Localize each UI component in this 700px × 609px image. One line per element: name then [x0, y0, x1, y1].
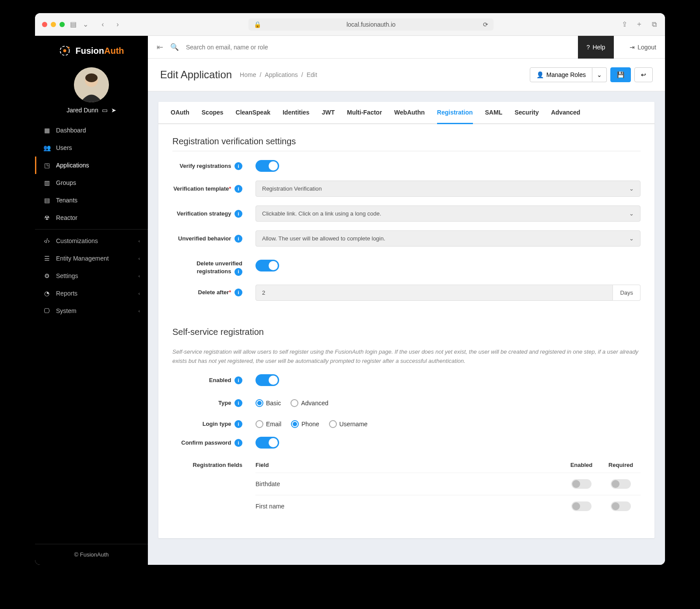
chevron-down-icon: ⌄ [629, 210, 634, 217]
sidebar-footer: © FusionAuth [35, 544, 148, 565]
login-type-radio-username[interactable]: Username [329, 420, 368, 428]
tab-security[interactable]: Security [514, 102, 539, 124]
svg-point-1 [63, 49, 66, 52]
crumb-applications[interactable]: Applications [265, 71, 298, 78]
sidebar-item-reactor[interactable]: ☢Reactor [35, 209, 148, 226]
sidebar-item-label: Tenants [56, 197, 77, 204]
sidebar-layout-icon[interactable]: ▤ [69, 21, 77, 28]
sidebar-item-dashboard[interactable]: ▦Dashboard [35, 122, 148, 139]
confirm-password-toggle[interactable] [256, 437, 279, 449]
logo-mark-icon [59, 45, 71, 57]
sidebar-item-tenants[interactable]: ▤Tenants [35, 191, 148, 209]
sidebar-item-customizations[interactable]: ‹/›Customizations‹ [35, 232, 148, 250]
tab-multifactor[interactable]: Multi-Factor [347, 102, 382, 124]
delete-unverified-toggle[interactable] [256, 260, 279, 271]
crumb-home[interactable]: Home [240, 71, 256, 78]
minimize-window-icon[interactable] [51, 22, 56, 27]
tab-cleanspeak[interactable]: CleanSpeak [236, 102, 270, 124]
reports-icon: ◔ [43, 290, 51, 297]
self-service-enabled-toggle[interactable] [256, 374, 279, 386]
login-type-radio-phone[interactable]: Phone [291, 420, 319, 428]
info-icon[interactable]: i [234, 185, 242, 193]
info-icon[interactable]: i [234, 420, 242, 428]
chevron-down-icon[interactable]: ⌄ [81, 21, 89, 28]
login-type-radio-email[interactable]: Email [256, 420, 281, 428]
unverified-behavior-select[interactable]: Allow. The user will be allowed to compl… [256, 230, 640, 247]
verification-strategy-select[interactable]: Clickable link. Click on a link using a … [256, 205, 640, 222]
chevron-down-icon: ⌄ [629, 185, 634, 192]
strategy-value: Clickable link. Click on a link using a … [262, 210, 381, 217]
close-window-icon[interactable] [42, 22, 47, 27]
question-icon: ? [587, 44, 590, 51]
location-icon[interactable]: ➤ [111, 107, 116, 114]
info-icon[interactable]: i [234, 162, 242, 170]
manage-roles-button[interactable]: 👤Manage Roles [530, 67, 592, 82]
firstname-required-toggle[interactable] [611, 501, 631, 511]
field-row-firstname: First name [256, 495, 640, 517]
sidebar-item-groups[interactable]: ▥Groups [35, 174, 148, 191]
tab-webauthn[interactable]: WebAuthn [394, 102, 425, 124]
logout-label: Logout [637, 44, 656, 51]
sidebar-item-entity-management[interactable]: ☰Entity Management‹ [35, 250, 148, 267]
row-delete-after: Delete after* i 2 Days [172, 285, 640, 301]
manage-roles-dropdown[interactable]: ⌄ [592, 67, 607, 82]
id-card-icon[interactable]: ▭ [102, 107, 108, 114]
row-confirm-password: Confirm password i [172, 437, 640, 449]
verification-template-select[interactable]: Registration Verification⌄ [256, 181, 640, 197]
verify-registrations-toggle[interactable] [256, 160, 279, 172]
birthdate-required-toggle[interactable] [611, 479, 631, 489]
tab-registration[interactable]: Registration [437, 102, 473, 124]
tab-advanced[interactable]: Advanced [551, 102, 580, 124]
tab-scopes[interactable]: Scopes [202, 102, 224, 124]
row-verification-strategy: Verification strategy i Clickable link. … [172, 205, 640, 222]
info-icon[interactable]: i [234, 376, 242, 384]
sidebar-item-system[interactable]: 🖵System‹ [35, 302, 148, 320]
sidebar-item-settings[interactable]: ⚙Settings‹ [35, 267, 148, 285]
info-icon[interactable]: i [234, 289, 242, 296]
field-row-birthdate: Birthdate [256, 473, 640, 495]
logout-button[interactable]: ⇥Logout [630, 44, 656, 51]
reg-fields-label: Registration fields [193, 462, 242, 468]
info-icon[interactable]: i [234, 235, 242, 243]
info-icon[interactable]: i [234, 268, 242, 276]
delete-after-input[interactable]: 2 [256, 285, 613, 301]
save-button[interactable]: 💾 [610, 67, 631, 82]
sidebar-item-reports[interactable]: ◔Reports‹ [35, 285, 148, 302]
birthdate-enabled-toggle[interactable] [571, 479, 592, 489]
info-icon[interactable]: i [234, 399, 242, 407]
tab-identities[interactable]: Identities [283, 102, 309, 124]
login-type-email-label: Email [266, 421, 281, 428]
new-tab-icon[interactable]: ＋ [635, 21, 643, 28]
tabs-icon[interactable]: ⧉ [650, 21, 658, 28]
tab-oauth[interactable]: OAuth [171, 102, 189, 124]
applications-icon: ◳ [43, 162, 51, 169]
back-icon[interactable]: ‹ [99, 21, 107, 28]
sidebar-item-label: Settings [56, 272, 78, 279]
forward-icon[interactable]: › [114, 21, 122, 28]
refresh-icon[interactable]: ⟳ [483, 21, 488, 28]
self-service-help: Self-service registration will allow use… [172, 348, 640, 366]
sidebar-item-label: Users [56, 144, 72, 151]
share-icon[interactable]: ⇪ [620, 21, 628, 28]
collapse-sidebar-icon[interactable]: ⇤ [157, 42, 163, 52]
template-value: Registration Verification [262, 185, 322, 192]
back-button[interactable]: ↩ [634, 67, 653, 82]
confirm-label: Confirm password [181, 439, 231, 446]
login-type-username-label: Username [340, 421, 368, 428]
row-verification-template: Verification template* i Registration Ve… [172, 181, 640, 197]
type-radio-advanced[interactable]: Advanced [290, 399, 328, 407]
sidebar-item-applications[interactable]: ◳Applications [35, 157, 148, 174]
firstname-enabled-toggle[interactable] [571, 501, 592, 511]
reactor-icon: ☢ [43, 214, 51, 221]
browser-window: ▤ ⌄ ‹ › 🔒 local.fusionauth.io ⟳ ⇪ ＋ ⧉ [35, 13, 665, 565]
info-icon[interactable]: i [234, 439, 242, 447]
tab-saml[interactable]: SAML [485, 102, 503, 124]
info-icon[interactable]: i [234, 210, 242, 218]
avatar[interactable] [74, 67, 109, 102]
maximize-window-icon[interactable] [60, 22, 65, 27]
type-radio-basic[interactable]: Basic [256, 399, 281, 407]
sidebar-item-users[interactable]: 👥Users [35, 139, 148, 157]
tab-jwt[interactable]: JWT [322, 102, 335, 124]
search-input[interactable] [186, 44, 571, 51]
address-bar[interactable]: 🔒 local.fusionauth.io ⟳ [248, 18, 494, 31]
